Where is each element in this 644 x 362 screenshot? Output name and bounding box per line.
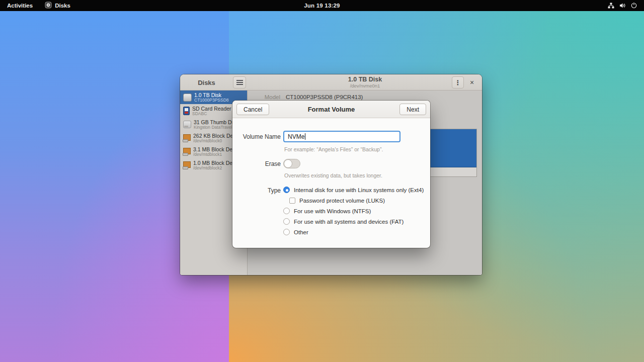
hard-disk-icon xyxy=(183,94,192,102)
erase-hint: Overwrites existing data, but takes long… xyxy=(284,172,382,178)
block-device-icon xyxy=(183,134,191,141)
activities-button[interactable]: Activities xyxy=(0,0,40,11)
checkbox-icon xyxy=(289,198,295,204)
hamburger-icon xyxy=(236,80,243,81)
type-option-other[interactable]: Other xyxy=(283,228,424,236)
model-row: Model CT1000P3PSSD8 (P9CR413) xyxy=(248,90,482,100)
radio-icon xyxy=(283,208,290,214)
block-device-icon xyxy=(183,148,191,154)
clock[interactable]: Jun 19 13:29 xyxy=(304,3,340,9)
volume-name-label: Volume Name xyxy=(236,133,281,140)
item-title: 1.0 TB Disk xyxy=(194,92,229,98)
app-menu-label: Disks xyxy=(55,3,70,9)
radio-icon xyxy=(283,229,290,235)
type-option-ntfs[interactable]: For use with Windows (NTFS) xyxy=(283,207,424,215)
system-status-area[interactable] xyxy=(604,0,641,11)
type-label: Type xyxy=(236,187,281,194)
type-option-ext4[interactable]: Internal disk for use with Linux systems… xyxy=(283,186,424,194)
item-subtitle: CT1000P3PSSD8 xyxy=(194,98,229,103)
type-options: Internal disk for use with Linux systems… xyxy=(283,186,424,238)
item-subtitle: SDABC xyxy=(192,112,231,117)
volume-name-hint: For example: “Angela's Files” or “Backup… xyxy=(284,146,383,152)
disk-title: 1.0 TB Disk xyxy=(348,76,382,83)
sd-card-icon xyxy=(183,107,190,115)
type-option-luks[interactable]: Password protect volume (LUKS) xyxy=(289,196,424,205)
erase-label: Erase xyxy=(236,160,281,167)
network-icon xyxy=(608,3,614,9)
option-label: Password protect volume (LUKS) xyxy=(299,198,385,204)
type-option-fat[interactable]: For use with all systems and devices (FA… xyxy=(283,217,424,226)
radio-selected-icon xyxy=(283,187,290,193)
option-label: For use with all systems and devices (FA… xyxy=(294,219,404,225)
dialog-headerbar: Format Volume Cancel Next xyxy=(232,101,430,118)
power-icon xyxy=(631,3,637,9)
window-title: Disks xyxy=(180,74,233,90)
dialog-body: Volume Name NVMe For example: “Angela's … xyxy=(232,118,430,248)
cancel-button[interactable]: Cancel xyxy=(236,104,269,115)
disks-app-icon xyxy=(45,2,52,10)
next-button[interactable]: Next xyxy=(399,104,426,115)
text-caret xyxy=(305,133,305,140)
option-label: Other xyxy=(294,229,308,235)
close-icon: × xyxy=(470,78,474,86)
format-volume-dialog: Format Volume Cancel Next Volume Name NV… xyxy=(232,101,430,248)
block-device-icon xyxy=(183,161,191,168)
model-label: Model xyxy=(248,94,280,100)
drive-menu-button[interactable]: ⋮ xyxy=(452,76,464,88)
toggle-knob xyxy=(284,159,292,168)
volume-name-input[interactable]: NVMe xyxy=(283,131,400,142)
close-button[interactable]: × xyxy=(466,76,478,88)
disk-device-path: /dev/nvme0n1 xyxy=(350,83,380,89)
top-bar: Activities Disks Jun 19 13:29 xyxy=(0,0,644,11)
audio-volume-icon xyxy=(619,3,626,9)
item-title: SD Card Reader xyxy=(192,106,231,112)
disks-headerbar: Disks 1.0 TB Disk /dev/nvme0n1 ⋮ × xyxy=(180,74,482,90)
hamburger-menu-button[interactable] xyxy=(233,76,246,88)
radio-icon xyxy=(283,218,290,225)
thumb-drive-icon xyxy=(183,121,191,128)
app-menu-button[interactable]: Disks xyxy=(40,0,75,11)
model-value: CT1000P3PSSD8 (P9CR413) xyxy=(286,94,363,100)
volume-name-value: NVMe xyxy=(288,133,304,140)
erase-toggle[interactable] xyxy=(283,159,300,168)
option-label: Internal disk for use with Linux systems… xyxy=(294,187,424,193)
kebab-menu-icon: ⋮ xyxy=(455,79,461,86)
option-label: For use with Windows (NTFS) xyxy=(294,208,371,214)
header-disk-title: 1.0 TB Disk /dev/nvme0n1 xyxy=(248,74,482,90)
